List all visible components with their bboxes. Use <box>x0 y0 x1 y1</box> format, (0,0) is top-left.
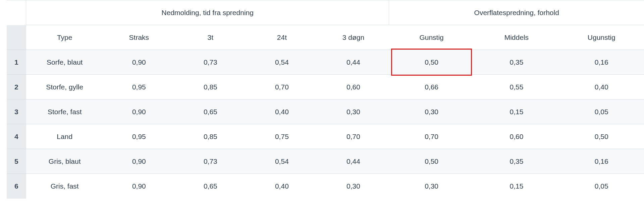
table-row[interactable]: 6Gris, fast0,900,650,400,300,300,150,05 <box>7 174 644 199</box>
cell-type[interactable]: Storfe, fast <box>26 99 103 124</box>
cell-d3[interactable]: 0,30 <box>318 174 389 199</box>
cell-ugunstig[interactable]: 0,50 <box>559 124 644 149</box>
cell-ugunstig[interactable]: 0,05 <box>559 99 644 124</box>
cell-gunstig[interactable]: 0,50 <box>389 149 474 174</box>
cell-type[interactable]: Storfe, gylle <box>26 75 103 99</box>
cell-middels[interactable]: 0,35 <box>474 50 559 75</box>
cell-t3[interactable]: 0,85 <box>175 124 246 149</box>
cell-ugunstig[interactable]: 0,16 <box>559 50 644 75</box>
cell-gunstig[interactable]: 0,30 <box>389 174 474 199</box>
cell-t24[interactable]: 0,54 <box>246 50 318 75</box>
col-header-middels[interactable]: Middels <box>474 25 559 50</box>
cell-middels[interactable]: 0,15 <box>474 174 559 199</box>
cell-d3[interactable]: 0,44 <box>318 50 389 75</box>
cell-type[interactable]: Sorfe, blaut <box>26 50 103 75</box>
cell-straks[interactable]: 0,90 <box>103 99 175 124</box>
row-number[interactable]: 2 <box>7 75 26 99</box>
cell-straks[interactable]: 0,95 <box>103 75 175 99</box>
cell-d3[interactable]: 0,60 <box>318 75 389 99</box>
table-row[interactable]: 5Gris, blaut0,900,730,540,440,500,350,16 <box>7 149 644 174</box>
row-number[interactable]: 5 <box>7 149 26 174</box>
cell-type[interactable]: Gris, blaut <box>26 149 103 174</box>
col-header-gunstig[interactable]: Gunstig <box>389 25 474 50</box>
cell-d3[interactable]: 0,30 <box>318 99 389 124</box>
cell-ugunstig[interactable]: 0,40 <box>559 75 644 99</box>
col-header-24t[interactable]: 24t <box>246 25 318 50</box>
col-header-ugunstig[interactable]: Ugunstig <box>559 25 644 50</box>
row-number[interactable]: 6 <box>7 174 26 199</box>
cell-type[interactable]: Gris, fast <box>26 174 103 199</box>
spreading-factors-table: Nedmolding, tid fra spredning Overflates… <box>7 0 644 199</box>
cell-gunstig[interactable]: 0,50 <box>389 50 474 75</box>
cell-middels[interactable]: 0,35 <box>474 149 559 174</box>
cell-t3[interactable]: 0,85 <box>175 75 246 99</box>
table-row[interactable]: 4Land0,950,850,750,700,700,600,50 <box>7 124 644 149</box>
cell-middels[interactable]: 0,60 <box>474 124 559 149</box>
row-number[interactable]: 4 <box>7 124 26 149</box>
cell-straks[interactable]: 0,90 <box>103 174 175 199</box>
row-number-header <box>7 25 26 50</box>
cell-t3[interactable]: 0,65 <box>175 99 246 124</box>
cell-ugunstig[interactable]: 0,05 <box>559 174 644 199</box>
cell-t3[interactable]: 0,73 <box>175 149 246 174</box>
col-header-type[interactable]: Type <box>26 25 103 50</box>
col-header-straks[interactable]: Straks <box>103 25 175 50</box>
cell-t24[interactable]: 0,40 <box>246 174 318 199</box>
cell-t24[interactable]: 0,70 <box>246 75 318 99</box>
cell-d3[interactable]: 0,44 <box>318 149 389 174</box>
cell-straks[interactable]: 0,90 <box>103 149 175 174</box>
cell-straks[interactable]: 0,90 <box>103 50 175 75</box>
cell-t24[interactable]: 0,40 <box>246 99 318 124</box>
cell-gunstig[interactable]: 0,66 <box>389 75 474 99</box>
group-header-overflate: Overflatespredning, forhold <box>389 0 644 25</box>
cell-t24[interactable]: 0,75 <box>246 124 318 149</box>
col-header-3dogn[interactable]: 3 døgn <box>318 25 389 50</box>
cell-ugunstig[interactable]: 0,16 <box>559 149 644 174</box>
row-number[interactable]: 3 <box>7 99 26 124</box>
cell-gunstig[interactable]: 0,30 <box>389 99 474 124</box>
cell-straks[interactable]: 0,95 <box>103 124 175 149</box>
cell-t24[interactable]: 0,54 <box>246 149 318 174</box>
col-header-3t[interactable]: 3t <box>175 25 246 50</box>
table-row[interactable]: 1Sorfe, blaut0,900,730,540,440,500,350,1… <box>7 50 644 75</box>
table-row[interactable]: 2Storfe, gylle0,950,850,700,600,660,550,… <box>7 75 644 99</box>
cell-middels[interactable]: 0,55 <box>474 75 559 99</box>
highlight-box <box>391 49 472 76</box>
cell-t3[interactable]: 0,73 <box>175 50 246 75</box>
cell-type[interactable]: Land <box>26 124 103 149</box>
cell-middels[interactable]: 0,15 <box>474 99 559 124</box>
group-header-nedmolding: Nedmolding, tid fra spredning <box>26 0 389 25</box>
table-row[interactable]: 3Storfe, fast0,900,650,400,300,300,150,0… <box>7 99 644 124</box>
row-number[interactable]: 1 <box>7 50 26 75</box>
cell-t3[interactable]: 0,65 <box>175 174 246 199</box>
table-corner <box>7 0 26 25</box>
cell-gunstig[interactable]: 0,70 <box>389 124 474 149</box>
cell-d3[interactable]: 0,70 <box>318 124 389 149</box>
